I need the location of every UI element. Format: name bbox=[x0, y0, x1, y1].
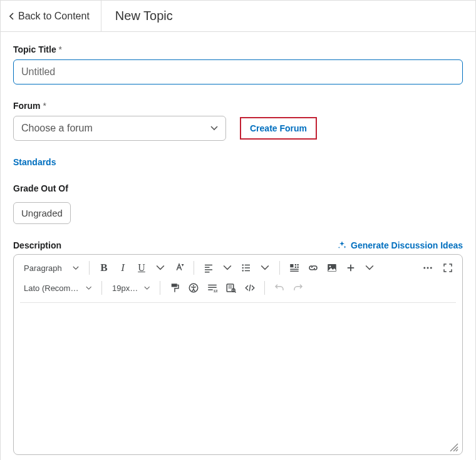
align-button[interactable] bbox=[200, 260, 217, 276]
chevron-down-icon bbox=[261, 263, 269, 272]
image-icon bbox=[326, 262, 338, 273]
undo-button[interactable] bbox=[271, 280, 287, 296]
resize-icon bbox=[448, 442, 458, 452]
toolbar-right-group bbox=[420, 260, 456, 276]
format-painter-button[interactable] bbox=[167, 280, 183, 296]
separator bbox=[101, 281, 102, 295]
paragraph-style-dropdown[interactable]: Paragraph bbox=[20, 260, 83, 276]
description-label: Description bbox=[13, 240, 61, 250]
svg-rect-16 bbox=[290, 269, 299, 270]
separator bbox=[194, 261, 194, 275]
generate-label: Generate Discussion Ideas bbox=[351, 240, 463, 250]
redo-icon bbox=[292, 282, 304, 294]
ellipsis-icon bbox=[422, 262, 433, 273]
fullscreen-button[interactable] bbox=[440, 260, 456, 276]
editor-content-area[interactable] bbox=[14, 303, 462, 454]
font-size-dropdown[interactable]: 19px (... bbox=[108, 280, 153, 296]
separator bbox=[279, 261, 280, 275]
format-painter-icon bbox=[169, 282, 180, 294]
chevron-down-icon bbox=[223, 263, 232, 272]
separator bbox=[160, 281, 160, 295]
align-left-icon bbox=[203, 262, 214, 273]
svg-rect-12 bbox=[295, 264, 296, 265]
create-forum-button[interactable]: Create Forum bbox=[240, 117, 317, 140]
list-button[interactable] bbox=[238, 260, 254, 276]
insert-stuff-button[interactable] bbox=[286, 260, 303, 276]
svg-rect-13 bbox=[298, 264, 299, 265]
svg-point-19 bbox=[329, 265, 331, 267]
link-button[interactable] bbox=[305, 260, 321, 276]
description-header-row: Description Generate Discussion Ideas bbox=[13, 240, 463, 250]
grade-out-of-button[interactable]: Ungraded bbox=[13, 202, 71, 224]
svg-point-27 bbox=[193, 285, 194, 287]
undo-icon bbox=[274, 282, 285, 294]
svg-line-36 bbox=[235, 292, 236, 293]
svg-point-5 bbox=[242, 264, 244, 265]
svg-marker-0 bbox=[182, 264, 184, 267]
chevron-down-icon bbox=[210, 126, 218, 131]
svg-point-23 bbox=[427, 267, 429, 269]
font-family-dropdown[interactable]: Lato (Recomm… bbox=[20, 280, 95, 296]
chevron-down-icon bbox=[73, 266, 79, 270]
svg-point-22 bbox=[423, 267, 425, 269]
word-count-icon: 123 bbox=[207, 282, 218, 294]
text-color-button[interactable] bbox=[171, 260, 187, 276]
chevron-down-icon bbox=[156, 263, 165, 272]
svg-rect-15 bbox=[298, 267, 299, 268]
grade-label: Grade Out Of bbox=[13, 183, 463, 193]
svg-rect-25 bbox=[172, 284, 177, 287]
topic-title-input[interactable] bbox=[13, 59, 463, 84]
svg-point-9 bbox=[242, 270, 244, 271]
chevron-left-icon bbox=[9, 13, 14, 20]
word-count-button[interactable]: 123 bbox=[204, 280, 220, 296]
chevron-down-icon bbox=[86, 286, 91, 290]
forum-select-placeholder: Choose a forum bbox=[21, 123, 93, 134]
resize-handle[interactable] bbox=[448, 442, 458, 452]
more-insert-button[interactable] bbox=[343, 260, 359, 276]
editor-toolbar: Paragraph B I U bbox=[14, 255, 462, 303]
accessibility-icon bbox=[188, 282, 199, 294]
new-topic-page: Back to Content New Topic Topic Title * … bbox=[0, 0, 476, 460]
sparkle-icon bbox=[337, 240, 347, 250]
preview-icon bbox=[225, 282, 237, 294]
source-code-button[interactable] bbox=[242, 280, 258, 296]
generate-discussion-ideas-button[interactable]: Generate Discussion Ideas bbox=[337, 240, 463, 250]
chevron-down-icon bbox=[365, 263, 374, 272]
accessibility-checker-button[interactable] bbox=[185, 280, 202, 296]
code-icon bbox=[244, 282, 256, 294]
forum-select[interactable]: Choose a forum bbox=[13, 116, 226, 141]
redo-button[interactable] bbox=[290, 280, 306, 296]
list-more-button[interactable] bbox=[257, 260, 273, 276]
more-insert-chevron[interactable] bbox=[361, 260, 378, 276]
preview-button[interactable] bbox=[223, 280, 239, 296]
svg-rect-14 bbox=[295, 267, 296, 268]
forum-row: Choose a forum Create Forum bbox=[13, 116, 463, 141]
italic-button[interactable]: I bbox=[115, 260, 131, 276]
link-icon bbox=[308, 262, 319, 273]
svg-text:123: 123 bbox=[214, 289, 219, 293]
back-label: Back to Content bbox=[18, 11, 90, 22]
image-button[interactable] bbox=[324, 260, 340, 276]
more-actions-button[interactable] bbox=[420, 260, 436, 276]
svg-line-39 bbox=[456, 449, 458, 451]
underline-more-button[interactable] bbox=[152, 260, 168, 276]
rich-text-editor: Paragraph B I U bbox=[13, 254, 463, 455]
align-more-button[interactable] bbox=[219, 260, 235, 276]
fullscreen-icon bbox=[442, 262, 453, 273]
form-body: Topic Title * Forum * Choose a forum Cre… bbox=[1, 32, 475, 460]
svg-rect-17 bbox=[290, 271, 299, 272]
chevron-down-icon bbox=[144, 286, 150, 290]
topic-title-label: Topic Title * bbox=[13, 44, 463, 54]
back-to-content-button[interactable]: Back to Content bbox=[1, 1, 101, 31]
toolbar-row-1: Paragraph B I U bbox=[20, 260, 456, 280]
bold-button[interactable]: B bbox=[96, 260, 112, 276]
text-color-icon bbox=[173, 262, 185, 273]
svg-point-24 bbox=[430, 267, 432, 269]
svg-point-7 bbox=[242, 267, 244, 268]
page-header: Back to Content New Topic bbox=[1, 1, 475, 32]
page-title: New Topic bbox=[101, 9, 173, 23]
separator bbox=[89, 261, 90, 275]
standards-link[interactable]: Standards bbox=[13, 157, 463, 167]
underline-button[interactable]: U bbox=[133, 260, 150, 276]
toolbar-row-2: Lato (Recomm… 19px (... bbox=[20, 280, 456, 303]
